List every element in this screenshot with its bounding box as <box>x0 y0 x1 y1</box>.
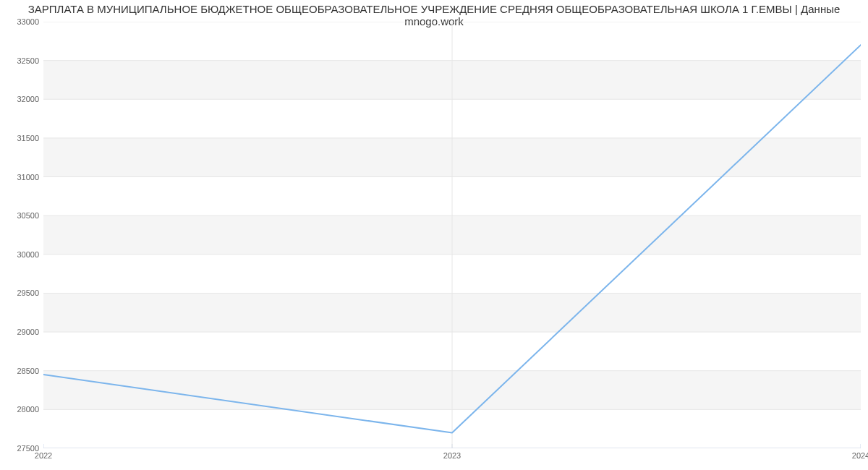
y-tick-label: 28500 <box>3 367 39 375</box>
y-tick-label: 29500 <box>3 289 39 297</box>
y-tick-label: 30000 <box>3 250 39 259</box>
x-tick-label: 2023 <box>443 451 461 460</box>
y-tick-label: 32500 <box>3 56 39 65</box>
y-tick-label: 28000 <box>3 405 39 414</box>
x-tick-label: 2024 <box>852 451 868 460</box>
line-chart: ЗАРПЛАТА В МУНИЦИПАЛЬНОЕ БЮДЖЕТНОЕ ОБЩЕО… <box>0 0 868 470</box>
y-tick-label: 30500 <box>3 211 39 220</box>
y-tick-label: 31500 <box>3 134 39 142</box>
y-tick-label: 27500 <box>3 444 39 453</box>
plot-area <box>43 22 861 448</box>
y-tick-label: 33000 <box>3 17 39 26</box>
chart-svg <box>43 22 861 448</box>
y-tick-label: 31000 <box>3 173 39 181</box>
y-tick-label: 29000 <box>3 328 39 336</box>
y-tick-label: 32000 <box>3 95 39 103</box>
x-tick-label: 2022 <box>35 451 52 460</box>
